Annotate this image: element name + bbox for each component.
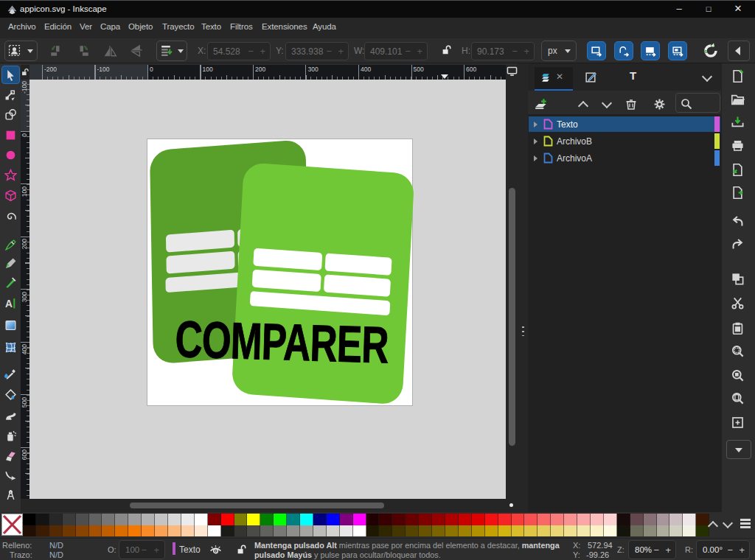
svg-text:COMPARER: COMPARER <box>175 310 390 374</box>
svg-text:s: s <box>704 48 708 55</box>
svg-text:A: A <box>5 298 13 309</box>
